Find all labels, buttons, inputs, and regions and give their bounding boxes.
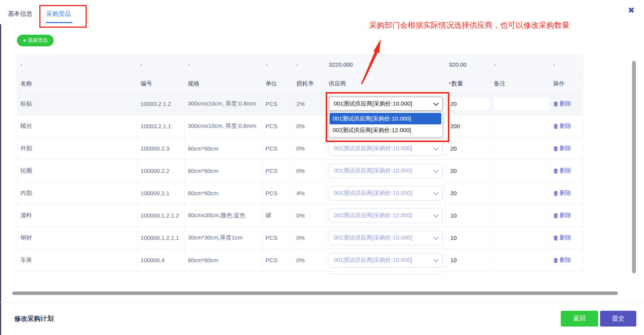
delete-label: 删除 xyxy=(560,100,571,107)
close-icon[interactable]: ✖ xyxy=(628,6,635,14)
operation-cell: 删除 xyxy=(550,227,583,249)
supplier-select[interactable]: 002测试供应商[采购价:12.000] xyxy=(329,208,443,223)
submit-button[interactable]: 提交 xyxy=(600,311,636,327)
remark-input[interactable] xyxy=(494,165,550,177)
supplier-cell: 002测试供应商[采购价:12.000] xyxy=(326,204,446,226)
summary-cell: - xyxy=(138,55,185,74)
delete-label: 删除 xyxy=(560,234,571,241)
item-spec-cell: 60cm*60cm xyxy=(185,182,262,204)
item-unit-cell: PCS xyxy=(262,249,293,271)
table-row: 标贴10003.2.1.2300cmx10cm, 厚度:0.8mmPCS2%00… xyxy=(17,93,583,115)
quantity-input[interactable] xyxy=(449,232,489,244)
select-goods-label: 选择货品 xyxy=(28,37,48,44)
empty-cell xyxy=(138,271,185,274)
quantity-input[interactable] xyxy=(449,143,489,154)
plus-icon: + xyxy=(23,37,26,44)
item-unit-cell: PCS xyxy=(262,137,293,159)
item-name-cell: 螺丝 xyxy=(17,115,138,137)
supplier-select[interactable]: 001测试供应商[采购价:10.000] xyxy=(329,253,443,268)
quantity-input[interactable] xyxy=(449,165,489,177)
footer-divider xyxy=(0,302,644,303)
remark-cell xyxy=(491,204,550,226)
delete-button[interactable]: 删除 xyxy=(553,100,571,107)
remark-cell xyxy=(491,115,550,137)
empty-cell xyxy=(446,271,491,274)
delete-button[interactable]: 删除 xyxy=(553,212,571,219)
table-row: 车座100000.460cm*60cmPCS0%001测试供应商[采购价:10.… xyxy=(17,249,583,271)
item-loss-rate-cell: 2% xyxy=(293,93,326,115)
supplier-select[interactable]: 001测试供应商[采购价:10.000] xyxy=(329,186,443,201)
item-code-cell: 10003.2.1.1 xyxy=(138,115,185,137)
trash-icon xyxy=(553,124,558,129)
dropdown-option-2[interactable]: 002测试供应商[采购价:12.000] xyxy=(330,124,441,136)
item-code-cell: 100000.4 xyxy=(138,249,185,271)
select-goods-button[interactable]: + 选择货品 xyxy=(17,35,54,46)
remark-cell xyxy=(491,93,550,115)
quantity-cell xyxy=(446,227,491,249)
supplier-select[interactable]: 001测试供应商[采购价:10.000] xyxy=(329,164,443,178)
delete-button[interactable]: 删除 xyxy=(553,145,571,152)
item-loss-rate-cell: 4% xyxy=(293,182,326,204)
item-unit-cell: PCS xyxy=(262,160,293,182)
quantity-input[interactable] xyxy=(449,98,489,110)
supplier-cell: 001测试供应商[采购价:10.000] xyxy=(326,227,446,249)
remark-cell xyxy=(491,249,550,271)
chevron-down-icon xyxy=(433,189,439,195)
remark-input[interactable] xyxy=(494,143,550,154)
operation-cell: 删除 xyxy=(550,204,583,226)
chevron-down-icon xyxy=(433,100,439,106)
tab-purchase-goods[interactable]: 采购货品 xyxy=(46,10,71,18)
column-header: 供应商 xyxy=(326,75,446,92)
tab-basic-info[interactable]: 基本信息 xyxy=(8,10,32,18)
table-row: 漆料100000.1.2.1.260cmx30cm,颜色:蓝色罐0%002测试供… xyxy=(17,204,583,227)
item-name-cell: 车座 xyxy=(17,249,138,271)
empty-cell xyxy=(550,271,583,274)
delete-button[interactable]: 删除 xyxy=(553,256,571,264)
vertical-scrollbar[interactable] xyxy=(632,61,636,273)
remark-input[interactable] xyxy=(494,255,550,266)
summary-cell: - xyxy=(293,55,326,74)
quantity-input[interactable] xyxy=(449,188,489,199)
quantity-input[interactable] xyxy=(449,210,489,221)
supplier-select[interactable] xyxy=(329,274,443,274)
supplier-dropdown-list: 001测试供应商[采购价:10.000] 002测试供应商[采购价:12.000… xyxy=(328,111,443,137)
delete-button[interactable]: 删除 xyxy=(553,189,571,197)
supplier-select[interactable]: 001测试供应商[采购价:10.000] xyxy=(329,97,443,111)
back-button[interactable]: 返回 xyxy=(561,311,598,327)
item-unit-cell: PCS xyxy=(262,182,293,204)
supplier-select-value: 001测试供应商[采购价:10.000] xyxy=(334,234,412,241)
remark-input[interactable] xyxy=(494,98,550,110)
item-loss-rate-cell: 0% xyxy=(293,204,326,226)
remark-input[interactable] xyxy=(494,188,550,199)
supplier-select[interactable]: 001测试供应商[采购价:10.000] xyxy=(329,231,443,245)
table-row: 内胎100000.2.160cm*60cmPCS4%001测试供应商[采购价:1… xyxy=(17,182,583,204)
empty-cell xyxy=(185,271,262,274)
delete-label: 删除 xyxy=(560,145,571,152)
dropdown-option-1[interactable]: 001测试供应商[采购价:10.000] xyxy=(330,113,441,124)
supplier-cell: 001测试供应商[采购价:10.000] xyxy=(326,249,446,271)
horizontal-scrollbar[interactable] xyxy=(12,291,618,295)
quantity-cell xyxy=(446,182,491,204)
quantity-cell xyxy=(446,93,491,115)
empty-cell xyxy=(326,271,446,274)
remark-input[interactable] xyxy=(494,121,550,132)
column-header: 名称 xyxy=(17,75,138,92)
remark-cell xyxy=(491,227,550,249)
quantity-input[interactable] xyxy=(449,255,489,266)
quantity-cell xyxy=(446,160,491,182)
supplier-cell: 001测试供应商[采购价:10.000] xyxy=(326,182,446,204)
delete-button[interactable]: 删除 xyxy=(553,234,571,241)
summary-cell: - xyxy=(262,55,293,74)
delete-button[interactable]: 删除 xyxy=(553,122,571,130)
required-asterisk: * xyxy=(449,80,451,87)
table-row: 外胎100000.2.360cm*60cmPCS0%001测试供应商[采购价:1… xyxy=(17,137,583,160)
item-name-cell: 漆料 xyxy=(17,204,138,226)
remark-input[interactable] xyxy=(494,232,550,244)
quantity-input[interactable] xyxy=(449,121,489,132)
delete-label: 删除 xyxy=(560,122,571,130)
remark-input[interactable] xyxy=(494,210,550,221)
supplier-select[interactable]: 001测试供应商[采购价:10.000] xyxy=(329,141,443,156)
active-tab-underline xyxy=(46,22,72,23)
delete-button[interactable]: 删除 xyxy=(553,167,571,174)
item-code-cell: 10003.2.1.2 xyxy=(138,93,185,115)
